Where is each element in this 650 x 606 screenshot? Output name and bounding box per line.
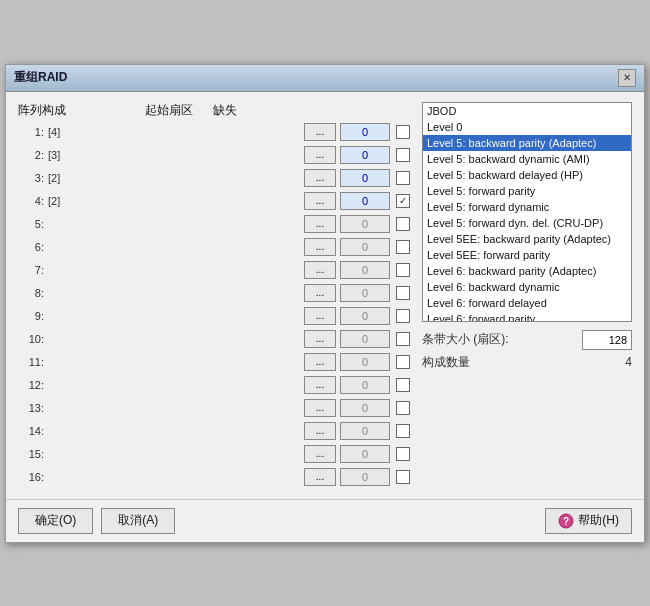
row-checkbox-5[interactable] <box>396 217 410 231</box>
listbox-item-10[interactable]: Level 6: backward parity (Adaptec) <box>423 263 631 279</box>
listbox-item-12[interactable]: Level 6: forward delayed <box>423 295 631 311</box>
cancel-button[interactable]: 取消(A) <box>101 508 175 534</box>
listbox-item-3[interactable]: Level 5: backward dynamic (AMI) <box>423 151 631 167</box>
row-checkbox-1[interactable] <box>396 125 410 139</box>
help-label: 帮助(H) <box>578 512 619 529</box>
listbox-item-2[interactable]: Level 5: backward parity (Adaptec) <box>423 135 631 151</box>
row-dots-btn-1[interactable]: ... <box>304 123 336 141</box>
help-button[interactable]: ? 帮助(H) <box>545 508 632 534</box>
row-checkbox-3[interactable] <box>396 171 410 185</box>
bottom-left-buttons: 确定(O) 取消(A) <box>18 508 175 534</box>
row-start-15: 0 <box>340 445 390 463</box>
row-dots-btn-5[interactable]: ... <box>304 215 336 233</box>
row-checkbox-16[interactable] <box>396 470 410 484</box>
listbox-item-6[interactable]: Level 5: forward dynamic <box>423 199 631 215</box>
stripe-row: 条带大小 (扇区): 128 <box>422 330 632 350</box>
listbox-item-13[interactable]: Level 6: forward parity <box>423 311 631 322</box>
array-row-2: 2:[3]...0 <box>18 144 410 166</box>
array-row-10: 10:...0 <box>18 328 410 350</box>
members-row: 构成数量 4 <box>422 354 632 371</box>
listbox-item-7[interactable]: Level 5: forward dyn. del. (CRU-DP) <box>423 215 631 231</box>
row-start-3: 0 <box>340 169 390 187</box>
array-row-14: 14:...0 <box>18 420 410 442</box>
row-start-1: 0 <box>340 123 390 141</box>
listbox-item-1[interactable]: Level 0 <box>423 119 631 135</box>
row-dots-btn-6[interactable]: ... <box>304 238 336 256</box>
raid-type-listbox[interactable]: JBODLevel 0Level 5: backward parity (Ada… <box>422 102 632 322</box>
row-dots-btn-15[interactable]: ... <box>304 445 336 463</box>
row-label-14: 14: <box>18 425 48 437</box>
right-panel: JBODLevel 0Level 5: backward parity (Ada… <box>422 102 632 489</box>
row-checkbox-6[interactable] <box>396 240 410 254</box>
bottom-bar: 确定(O) 取消(A) ? 帮助(H) <box>6 499 644 542</box>
row-config-1: [4] <box>48 126 304 138</box>
row-start-4: 0 <box>340 192 390 210</box>
main-window: 重组RAID ✕ 阵列构成 起始扇区 缺失 1:[4]...02:[3]...0… <box>5 64 645 543</box>
row-label-1: 1: <box>18 126 48 138</box>
row-dots-btn-9[interactable]: ... <box>304 307 336 325</box>
row-start-12: 0 <box>340 376 390 394</box>
row-checkbox-15[interactable] <box>396 447 410 461</box>
row-config-4: [2] <box>48 195 304 207</box>
row-checkbox-11[interactable] <box>396 355 410 369</box>
column-headers: 阵列构成 起始扇区 缺失 <box>18 102 410 119</box>
title-bar: 重组RAID ✕ <box>6 65 644 92</box>
row-start-9: 0 <box>340 307 390 325</box>
row-label-9: 9: <box>18 310 48 322</box>
ok-button[interactable]: 确定(O) <box>18 508 93 534</box>
row-checkbox-12[interactable] <box>396 378 410 392</box>
array-row-13: 13:...0 <box>18 397 410 419</box>
members-label: 构成数量 <box>422 354 470 371</box>
listbox-item-5[interactable]: Level 5: forward parity <box>423 183 631 199</box>
col-array-header: 阵列构成 <box>18 102 98 119</box>
row-dots-btn-7[interactable]: ... <box>304 261 336 279</box>
close-button[interactable]: ✕ <box>618 69 636 87</box>
array-row-12: 12:...0 <box>18 374 410 396</box>
row-config-2: [3] <box>48 149 304 161</box>
row-checkbox-4[interactable] <box>396 194 410 208</box>
row-dots-btn-10[interactable]: ... <box>304 330 336 348</box>
row-dots-btn-14[interactable]: ... <box>304 422 336 440</box>
row-dots-btn-13[interactable]: ... <box>304 399 336 417</box>
row-label-16: 16: <box>18 471 48 483</box>
stripe-value: 128 <box>582 330 632 350</box>
row-start-10: 0 <box>340 330 390 348</box>
col-start-header: 起始扇区 <box>134 102 204 119</box>
row-start-6: 0 <box>340 238 390 256</box>
listbox-item-0[interactable]: JBOD <box>423 103 631 119</box>
listbox-item-8[interactable]: Level 5EE: backward parity (Adaptec) <box>423 231 631 247</box>
array-row-15: 15:...0 <box>18 443 410 465</box>
main-area: 阵列构成 起始扇区 缺失 1:[4]...02:[3]...03:[2]...0… <box>18 102 632 489</box>
row-checkbox-13[interactable] <box>396 401 410 415</box>
row-dots-btn-11[interactable]: ... <box>304 353 336 371</box>
listbox-item-4[interactable]: Level 5: backward delayed (HP) <box>423 167 631 183</box>
row-label-5: 5: <box>18 218 48 230</box>
row-label-8: 8: <box>18 287 48 299</box>
row-checkbox-14[interactable] <box>396 424 410 438</box>
row-dots-btn-3[interactable]: ... <box>304 169 336 187</box>
row-dots-btn-4[interactable]: ... <box>304 192 336 210</box>
array-row-6: 6:...0 <box>18 236 410 258</box>
array-row-3: 3:[2]...0 <box>18 167 410 189</box>
row-start-8: 0 <box>340 284 390 302</box>
row-label-2: 2: <box>18 149 48 161</box>
row-checkbox-2[interactable] <box>396 148 410 162</box>
listbox-item-11[interactable]: Level 6: backward dynamic <box>423 279 631 295</box>
row-checkbox-8[interactable] <box>396 286 410 300</box>
row-dots-btn-2[interactable]: ... <box>304 146 336 164</box>
row-start-11: 0 <box>340 353 390 371</box>
row-dots-btn-12[interactable]: ... <box>304 376 336 394</box>
row-checkbox-9[interactable] <box>396 309 410 323</box>
row-start-13: 0 <box>340 399 390 417</box>
row-checkbox-10[interactable] <box>396 332 410 346</box>
row-dots-btn-8[interactable]: ... <box>304 284 336 302</box>
row-label-11: 11: <box>18 356 48 368</box>
array-row-8: 8:...0 <box>18 282 410 304</box>
window-title: 重组RAID <box>14 69 67 86</box>
array-row-16: 16:...0 <box>18 466 410 488</box>
row-checkbox-7[interactable] <box>396 263 410 277</box>
col-miss-header: 缺失 <box>210 102 240 119</box>
info-section: 条带大小 (扇区): 128 构成数量 4 <box>422 330 632 371</box>
listbox-item-9[interactable]: Level 5EE: forward parity <box>423 247 631 263</box>
row-dots-btn-16[interactable]: ... <box>304 468 336 486</box>
